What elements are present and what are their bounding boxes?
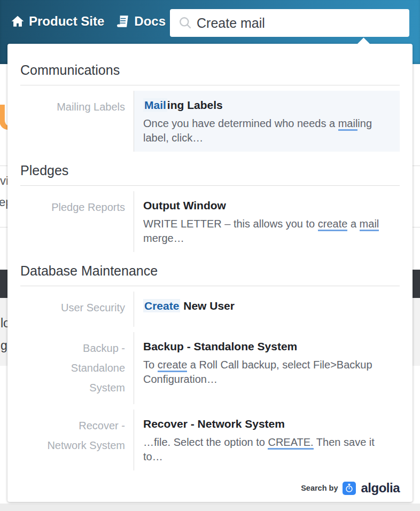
- result-category-label: Recover - Network System: [20, 410, 134, 470]
- result-item[interactable]: User SecurityCreate New User: [20, 292, 400, 327]
- snippet-text: WRITE LETTER – this allows you to: [143, 218, 318, 230]
- result-title: Output Window: [143, 198, 394, 214]
- algolia-attribution-link[interactable]: Search by algolia: [301, 481, 400, 496]
- matched-text: mail: [360, 218, 379, 231]
- background-text-fragment: g: [1, 339, 7, 353]
- docs-label: Docs: [134, 14, 166, 29]
- title-text: ing Labels: [167, 99, 223, 111]
- title-text: Output Window: [143, 199, 226, 211]
- docs-link[interactable]: Docs: [116, 14, 166, 29]
- product-site-link[interactable]: Product Site: [11, 14, 104, 29]
- result-item[interactable]: Pledge ReportsOutput WindowWRITE LETTER …: [20, 191, 400, 252]
- search-input[interactable]: [197, 15, 403, 31]
- snippet-text: a: [347, 218, 359, 230]
- home-icon: [11, 14, 25, 28]
- matched-text: CREATE.: [268, 436, 313, 450]
- title-text: Backup - Standalone System: [143, 340, 297, 352]
- snippet-text: To: [143, 359, 158, 371]
- result-snippet: …file. Select the option to CREATE. Then…: [143, 435, 390, 464]
- book-icon: [116, 14, 130, 28]
- result-section: CommunicationsMailing LabelsMailing Labe…: [20, 62, 400, 152]
- result-content: Create New User: [134, 292, 400, 327]
- matched-text: Create: [143, 299, 180, 312]
- title-text: New User: [180, 300, 235, 312]
- navbar-links: Product Site Docs: [11, 14, 166, 29]
- screen: U vi ep lo g Product Site: [0, 0, 420, 511]
- search-results: CommunicationsMailing LabelsMailing Labe…: [20, 62, 400, 470]
- result-section: Database MaintenanceUser SecurityCreate …: [20, 263, 400, 470]
- background-bottom-strip: [0, 504, 420, 511]
- result-title: Backup - Standalone System: [143, 339, 394, 355]
- algolia-icon: [343, 482, 356, 495]
- search-by-label: Search by: [301, 484, 338, 492]
- algolia-wordmark: algolia: [361, 481, 400, 496]
- result-title: Create New User: [143, 298, 394, 314]
- category-header: Pledges: [20, 162, 400, 186]
- snippet-text: Once you have determined who needs a: [143, 117, 338, 129]
- result-title: Recover - Network System: [143, 416, 394, 432]
- matched-text: Mail: [143, 98, 167, 112]
- result-section: PledgesPledge ReportsOutput WindowWRITE …: [20, 162, 400, 252]
- result-snippet: WRITE LETTER – this allows you to create…: [143, 217, 390, 246]
- result-item[interactable]: Backup - Standalone SystemBackup - Stand…: [20, 332, 400, 404]
- matched-text: mail: [338, 117, 358, 131]
- result-category-label: Backup - Standalone System: [20, 332, 134, 404]
- category-header: Database Maintenance: [20, 263, 400, 286]
- result-category-label: Pledge Reports: [20, 191, 134, 252]
- result-snippet: To create a Roll Call backup, select Fil…: [143, 358, 390, 387]
- snippet-text: …file. Select the option to: [143, 436, 268, 448]
- result-item[interactable]: Mailing LabelsMailing LabelsOnce you hav…: [20, 91, 400, 152]
- matched-text: create: [318, 218, 348, 231]
- result-item[interactable]: Recover - Network SystemRecover - Networ…: [20, 410, 400, 470]
- result-content: Output WindowWRITE LETTER – this allows …: [134, 191, 400, 252]
- search-box: [170, 9, 409, 37]
- result-content: Mailing LabelsOnce you have determined w…: [134, 91, 400, 152]
- matched-text: create: [158, 359, 188, 372]
- snippet-text: merge…: [143, 232, 184, 244]
- result-category-label: User Security: [20, 292, 134, 327]
- result-snippet: Once you have determined who needs a mai…: [143, 116, 390, 145]
- category-header: Communications: [20, 62, 400, 85]
- result-title: Mailing Labels: [143, 97, 394, 113]
- result-content: Recover - Network System…file. Select th…: [134, 410, 400, 470]
- result-content: Backup - Standalone SystemTo create a Ro…: [134, 332, 400, 404]
- search-results-dropdown: CommunicationsMailing LabelsMailing Labe…: [7, 44, 413, 502]
- search-icon: [178, 16, 192, 30]
- result-category-label: Mailing Labels: [20, 91, 134, 152]
- title-text: Recover - Network System: [143, 418, 285, 430]
- product-site-label: Product Site: [29, 14, 104, 29]
